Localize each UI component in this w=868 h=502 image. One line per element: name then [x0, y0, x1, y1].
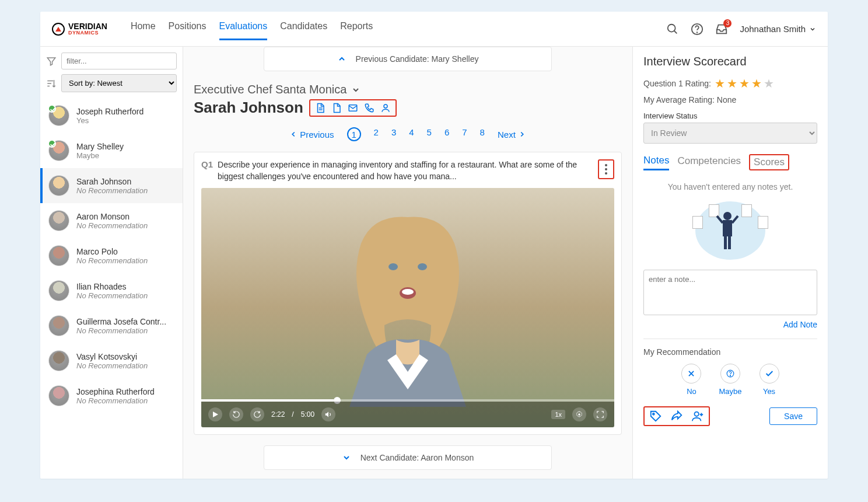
filter-input[interactable]	[61, 53, 177, 69]
rewind-button[interactable]	[229, 407, 243, 421]
pager-page[interactable]: 8	[480, 127, 485, 141]
candidate-item[interactable]: Aaron Monson No Recommendation	[40, 203, 183, 238]
avatar	[48, 350, 69, 371]
pager-page[interactable]: 6	[444, 127, 449, 141]
tag-icon[interactable]	[649, 410, 662, 423]
sort-select[interactable]: Sort by: Newest	[61, 74, 177, 92]
question-menu[interactable]	[598, 159, 614, 179]
kebab-icon	[605, 164, 607, 175]
star-icon[interactable]: ★	[715, 76, 725, 90]
candidate-item[interactable]: Sarah Johnson No Recommendation	[40, 168, 183, 203]
chevron-right-icon	[518, 130, 526, 138]
star-icon[interactable]: ★	[751, 76, 762, 90]
candidate-item[interactable]: Josephina Rutherford No Recommendation	[40, 378, 183, 413]
previous-candidate-card[interactable]: Previous Candidate: Mary Shelley	[264, 47, 552, 71]
svg-point-10	[388, 263, 398, 270]
inbox-icon[interactable]: 3	[715, 23, 728, 36]
file-icon[interactable]	[331, 103, 342, 113]
candidate-name: Aaron Monson	[76, 212, 148, 221]
nav-candidates[interactable]: Candidates	[280, 18, 327, 40]
note-input[interactable]	[643, 270, 817, 315]
play-button[interactable]	[208, 407, 222, 421]
sort-icon[interactable]	[46, 78, 57, 89]
tab-competencies[interactable]: Competencies	[677, 155, 741, 169]
candidate-actions	[309, 99, 397, 117]
filter-icon[interactable]	[46, 56, 57, 67]
avatar	[48, 385, 69, 406]
avatar	[48, 105, 69, 126]
next-candidate-card[interactable]: Next Candidate: Aaron Monson	[264, 445, 552, 470]
pager-next[interactable]: Next	[498, 130, 526, 140]
forward-button[interactable]	[250, 407, 264, 421]
avg-rating: My Average Rating: None	[643, 95, 817, 104]
video-elapsed: 2:22	[271, 410, 285, 419]
add-note-link[interactable]: Add Note	[643, 320, 817, 329]
search-icon[interactable]	[666, 23, 679, 36]
svg-point-24	[695, 412, 699, 416]
position-title[interactable]: Executive Chef Santa Monica	[194, 83, 622, 96]
svg-line-1	[674, 30, 677, 33]
video-player[interactable]: 2:22 / 5:00 1x	[201, 188, 614, 427]
email-icon[interactable]	[348, 103, 358, 113]
candidate-item[interactable]: Guillerma Josefa Contr... No Recommendat…	[40, 308, 183, 343]
star-icon[interactable]: ★	[764, 76, 774, 90]
avatar	[48, 315, 69, 336]
nav-positions[interactable]: Positions	[169, 18, 206, 40]
svg-rect-18	[728, 236, 731, 249]
candidate-status: No Recommendation	[76, 361, 148, 370]
svg-point-6	[605, 164, 607, 166]
nav-reports[interactable]: Reports	[340, 18, 373, 40]
pager-page[interactable]: 1	[347, 127, 361, 141]
star-icon[interactable]: ★	[739, 76, 750, 90]
brand-sub: DYNAMICS	[68, 30, 107, 36]
star-icon[interactable]: ★	[727, 76, 737, 90]
x-icon	[687, 369, 695, 378]
question-number: Q1	[201, 159, 213, 169]
question-text: Describe your experience in managing inv…	[218, 159, 593, 182]
pager-previous[interactable]: Previous	[289, 130, 334, 140]
svg-rect-16	[723, 220, 732, 236]
candidate-item[interactable]: Ilian Rhoades No Recommendation	[40, 273, 183, 308]
svg-point-15	[723, 212, 732, 220]
pager-page[interactable]: 5	[427, 127, 432, 141]
settings-button[interactable]	[572, 407, 586, 421]
chevron-down-icon	[809, 26, 816, 33]
candidate-item[interactable]: Mary Shelley Maybe	[40, 133, 183, 168]
share-icon[interactable]	[670, 410, 683, 423]
add-user-icon[interactable]	[691, 410, 704, 423]
save-button[interactable]: Save	[769, 407, 817, 425]
document-icon[interactable]	[315, 103, 326, 113]
user-menu[interactable]: Johnathan Smith	[740, 24, 816, 34]
chevron-down-icon	[351, 85, 360, 95]
tab-notes[interactable]: Notes	[643, 155, 669, 170]
help-icon[interactable]	[691, 23, 704, 36]
tab-scores[interactable]: Scores	[749, 154, 789, 170]
status-select[interactable]: In Review	[643, 123, 817, 144]
speed-button[interactable]: 1x	[551, 410, 565, 419]
pager-page[interactable]: 4	[409, 127, 414, 141]
chevron-up-icon	[337, 54, 346, 64]
candidate-status: No Recommendation	[76, 186, 148, 195]
pager-page[interactable]: 3	[391, 127, 396, 141]
candidate-item[interactable]: Joseph Rutherford Yes	[40, 98, 183, 133]
fullscreen-button[interactable]	[593, 407, 607, 421]
volume-button[interactable]	[321, 407, 335, 421]
profile-icon[interactable]	[380, 103, 391, 113]
candidate-item[interactable]: Vasyl Kotsovskyi No Recommendation	[40, 343, 183, 378]
svg-point-8	[605, 172, 607, 175]
avatar	[48, 245, 69, 266]
nav-home[interactable]: Home	[131, 18, 156, 40]
rec-yes[interactable]: Yes	[760, 364, 779, 396]
pager-page[interactable]: 7	[462, 127, 467, 141]
phone-icon[interactable]	[364, 103, 374, 113]
pager-page[interactable]: 2	[374, 127, 379, 141]
notes-illustration	[692, 198, 768, 263]
rec-no[interactable]: No	[681, 364, 701, 396]
footer-actions	[643, 406, 710, 426]
rec-maybe[interactable]: Maybe	[719, 364, 741, 396]
nav-evaluations[interactable]: Evaluations	[219, 18, 268, 40]
svg-point-14	[578, 413, 580, 416]
candidate-item[interactable]: Marco Polo No Recommendation	[40, 238, 183, 273]
candidate-status: Maybe	[76, 151, 124, 160]
svg-point-13	[402, 289, 414, 295]
